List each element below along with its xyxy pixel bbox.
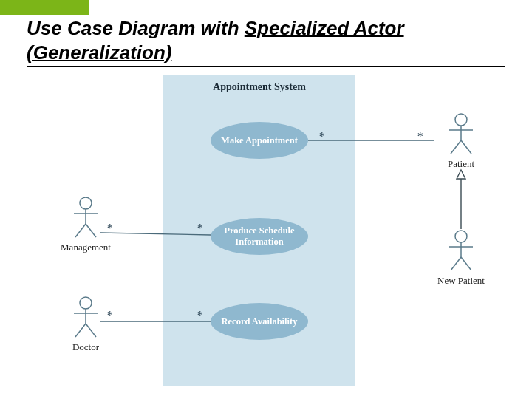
connectors — [27, 74, 505, 392]
title-pre: Use Case Diagram with — [27, 17, 245, 39]
mult-star: * — [318, 130, 324, 143]
mult-star: * — [197, 222, 202, 235]
accent-bar — [0, 0, 89, 15]
svg-marker-24 — [457, 170, 466, 179]
mult-star: * — [197, 309, 202, 322]
svg-line-20 — [100, 233, 211, 235]
slide-title: Use Case Diagram with Specialized Actor … — [27, 16, 404, 64]
mult-star: * — [106, 222, 112, 235]
title-highlight: Specialized Actor — [245, 17, 404, 39]
diagram-canvas: Appointment System Make Appointment Prod… — [27, 74, 505, 392]
title-rule — [27, 66, 505, 67]
title-line2: (Generalization) — [27, 41, 171, 64]
mult-star: * — [106, 309, 112, 322]
mult-star: * — [417, 130, 423, 143]
